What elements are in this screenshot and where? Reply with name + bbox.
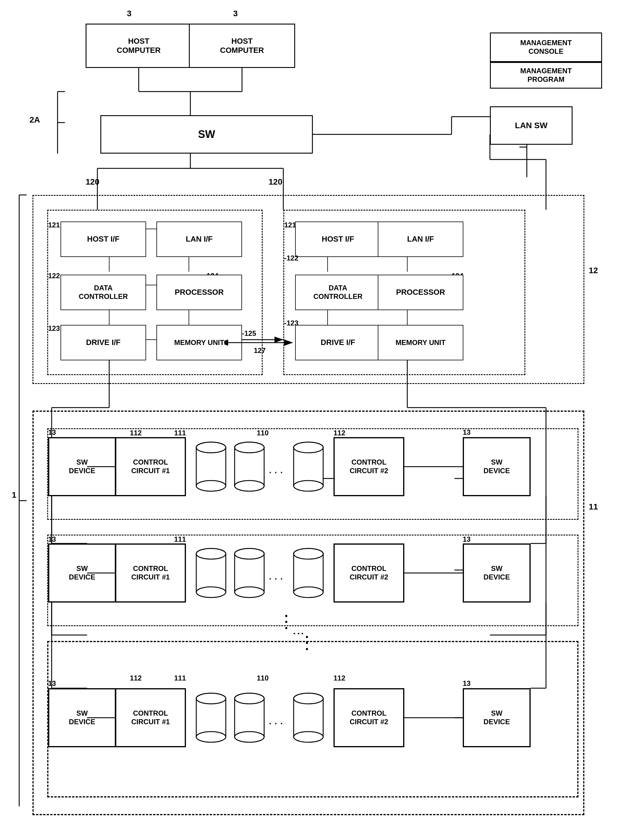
ref-13-right-row3: 13: [463, 679, 471, 688]
ref-112-left-row3: 112: [130, 674, 142, 682]
diagram: 3 3 4 HOSTCOMPUTER HOSTCOMPUTER MANAGEME…: [0, 0, 636, 840]
drive-if-left: DRIVE I/F: [60, 325, 146, 360]
ref-111-row1: 111: [174, 429, 186, 437]
svg-point-79: [294, 442, 323, 453]
svg-point-99: [235, 693, 264, 704]
ref-3-left: 3: [127, 9, 132, 18]
ref-121-right: 121: [284, 221, 296, 229]
ref-121-left: 121: [48, 221, 60, 229]
svg-point-102: [294, 732, 323, 742]
svg-point-78: [294, 480, 323, 491]
drive-if-arrow: [224, 337, 295, 349]
ref-1: 1: [12, 490, 17, 500]
processor-right: PROCESSOR: [378, 275, 463, 310]
svg-point-98: [235, 732, 264, 742]
ref-112-right-row3: 112: [334, 674, 345, 682]
sw-device-right-row3: SWDEVICE: [463, 688, 531, 747]
svg-point-71: [196, 442, 226, 453]
ref-111-row3: 111: [174, 674, 186, 682]
svg-point-90: [294, 587, 323, 597]
cylinder-row1-2: [233, 440, 266, 493]
ref-3-right: 3: [233, 9, 238, 18]
svg-point-91: [294, 548, 323, 559]
cylinder-row3-1: [195, 691, 227, 744]
data-controller-left: DATACONTROLLER: [60, 275, 146, 310]
ref-13-right-row2: 13: [463, 535, 471, 543]
memory-unit-right: MEMORY UNIT: [378, 325, 463, 360]
cylinder-row2-1: [195, 546, 227, 600]
svg-point-87: [235, 548, 264, 559]
control-circuit-1-left-row2: CONTROLCIRCUIT #1: [115, 543, 186, 603]
dots-row1: ···: [269, 465, 285, 478]
lan-if-right: LAN I/F: [378, 221, 463, 257]
svg-point-75: [235, 442, 264, 453]
cylinder-row3-2: [233, 691, 266, 744]
data-controller-right: DATACONTROLLER: [295, 275, 381, 310]
ref-120-top-right: 120: [269, 177, 282, 187]
cylinder-row2-3: [292, 546, 324, 600]
drive-if-right: DRIVE I/F: [295, 325, 381, 360]
ref-123-left: 123: [48, 324, 60, 333]
control-circuit-1-left-row3: CONTROLCIRCUIT #1: [115, 688, 186, 747]
svg-point-82: [196, 587, 226, 597]
ref-110-row3: 110: [257, 674, 269, 682]
control-circuit-2-right-row1: CONTROLCIRCUIT #2: [334, 437, 404, 496]
ref-11: 11: [589, 502, 598, 512]
svg-point-74: [235, 480, 264, 491]
ref-13-right-row1: 13: [463, 428, 471, 437]
lan-sw: LAN SW: [490, 106, 573, 145]
ref-112-right-row1: 112: [334, 429, 345, 437]
control-circuit-2-right-row2: CONTROLCIRCUIT #2: [334, 543, 404, 603]
dots-row2: ···: [269, 572, 285, 585]
cylinder-row1-3: [292, 440, 324, 493]
sw-box: SW: [100, 115, 313, 153]
sw-device-right-row2: SWDEVICE: [463, 543, 531, 603]
sw-device-left-row2: SWDEVICE: [48, 543, 116, 603]
ref-111-row2: 111: [174, 535, 186, 543]
svg-point-83: [196, 548, 226, 559]
ref-13-left-row1: 13: [48, 428, 56, 437]
management-console: MANAGEMENTCONSOLE: [490, 33, 602, 62]
control-circuit-2-right-row3: CONTROLCIRCUIT #2: [334, 688, 404, 747]
ref-110-row1: 110: [257, 429, 269, 437]
ref-12: 12: [589, 266, 598, 275]
ref-122-left: 122: [48, 272, 60, 280]
cylinder-row3-3: [292, 691, 324, 744]
processor-left: PROCESSOR: [156, 275, 242, 310]
host-computer-right: HOSTCOMPUTER: [189, 24, 295, 68]
ref-13-left-row3: 13: [48, 679, 56, 688]
cylinder-row1-1: [195, 440, 227, 493]
control-circuit-1-left-row1: CONTROLCIRCUIT #1: [115, 437, 186, 496]
lan-if-left: LAN I/F: [156, 221, 242, 257]
host-if-right: HOST I/F: [295, 221, 381, 257]
ref-122-right: -122: [284, 254, 298, 262]
svg-point-95: [196, 693, 226, 704]
sw-device-left-row1: SWDEVICE: [48, 437, 116, 496]
svg-point-86: [235, 587, 264, 597]
svg-point-94: [196, 732, 226, 742]
sw-device-left-row3: SWDEVICE: [48, 688, 116, 747]
ref-2a: 2A: [30, 115, 40, 125]
svg-point-103: [294, 693, 323, 704]
ref-125-arrow: -125: [242, 329, 256, 338]
ref-120-top-left: 120: [86, 177, 99, 187]
sw-device-right-row1: SWDEVICE: [463, 437, 531, 496]
dots-row3: ···: [269, 716, 285, 729]
ref-13-left-row2: 13: [48, 535, 56, 543]
management-program: MANAGEMENTPROGRAM: [490, 62, 602, 88]
ref-112-left-row1: 112: [130, 429, 142, 437]
svg-point-70: [196, 480, 226, 491]
cylinder-row2-2: [233, 546, 266, 600]
host-computer-left: HOSTCOMPUTER: [86, 24, 192, 68]
host-if-left: HOST I/F: [60, 221, 146, 257]
